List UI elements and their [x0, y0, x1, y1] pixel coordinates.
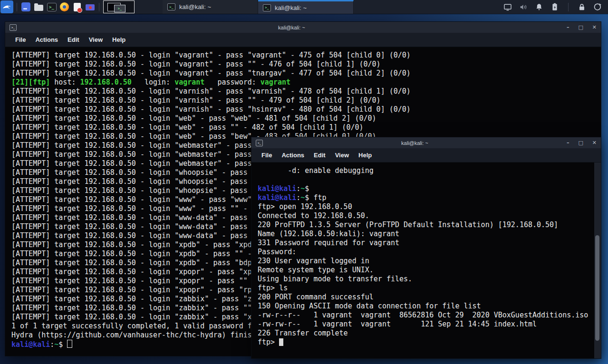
window-controls: – □ ✕	[567, 25, 597, 30]
terminal-line: Password:	[258, 248, 601, 257]
window-controls: – □ ✕	[567, 140, 597, 145]
firefox-icon	[60, 2, 69, 11]
terminal-line: kali@kali:~$	[258, 184, 601, 193]
terminal-icon: >_	[167, 3, 175, 10]
terminal-cursor	[279, 338, 283, 346]
terminal-line: -d: enable debugging	[258, 166, 601, 175]
menu-help[interactable]: Help	[107, 36, 130, 43]
terminal-line: ftp>	[258, 338, 601, 347]
minimize-button[interactable]: –	[567, 25, 569, 30]
close-button[interactable]: ✕	[592, 25, 597, 30]
panel-separator	[17, 3, 17, 11]
menu-view[interactable]: View	[84, 36, 107, 43]
terminal-line: [ATTEMPT] target 192.168.0.50 - login "w…	[11, 114, 601, 123]
log-out-icon[interactable]	[593, 2, 602, 12]
terminal-line: [ATTEMPT] target 192.168.0.50 - login "v…	[11, 105, 601, 114]
terminal-line: 150 Opening ASCII mode data connection f…	[258, 302, 601, 311]
maximize-button[interactable]: □	[578, 140, 583, 145]
panel-separator	[99, 3, 99, 11]
desktop: >_ >_ >_ kali@kali: ~ >_ kali@kali: ~	[0, 0, 608, 364]
terminal-line: kali@kali:~$ ftp	[258, 193, 601, 202]
titlebar[interactable]: >_ kali@kali: ~ – □ ✕	[5, 22, 601, 33]
terminal-line: [ATTEMPT] target 192.168.0.50 - login "v…	[11, 51, 601, 60]
terminal-launcher[interactable]: >_	[45, 0, 58, 13]
menu-help[interactable]: Help	[354, 152, 376, 159]
screen-recorder-launcher[interactable]	[84, 0, 97, 13]
terminal-line: 230 User vagrant logged in	[258, 257, 601, 266]
menubar: File Actions Edit View Help	[251, 148, 601, 163]
folder-icon	[34, 5, 43, 11]
scrollbar[interactable]	[594, 163, 601, 358]
close-button[interactable]: ✕	[592, 140, 597, 145]
menu-actions[interactable]: Actions	[277, 152, 309, 159]
menu-actions[interactable]: Actions	[30, 36, 63, 43]
menu-file[interactable]: File	[10, 36, 30, 43]
titlebar[interactable]: >_ kali@kali: ~ – □ ✕	[251, 137, 601, 148]
folder-launcher[interactable]	[32, 0, 45, 13]
notifications-bell-icon[interactable]	[534, 2, 544, 12]
workspace-switcher[interactable]: >_	[103, 0, 135, 13]
firefox-launcher[interactable]	[58, 0, 71, 13]
terminal-line: 226 Transfer complete	[258, 329, 601, 338]
battery-charging-icon[interactable]	[550, 2, 560, 12]
minimize-button[interactable]: –	[567, 140, 569, 145]
terminal-cursor	[67, 340, 72, 348]
taskbar-item-terminal-2[interactable]: >_ kali@kali: ~	[258, 0, 354, 14]
kali-dragon-icon	[2, 2, 12, 12]
system-tray	[503, 2, 608, 12]
terminal-icon: >_	[10, 24, 17, 31]
window-title: kali@kali: ~	[17, 25, 567, 30]
taskbar-item-terminal-1[interactable]: >_ kali@kali: ~	[163, 0, 258, 14]
terminal-line: ftp> ls	[258, 284, 601, 293]
menubar: File Actions Edit View Help	[5, 33, 601, 47]
screen-icon	[86, 4, 95, 10]
terminal-line: -rw-r--r-- 1 vagrant vagrant 86562816 Oc…	[258, 311, 601, 320]
taskbar-item-label: kali@kali: ~	[275, 4, 307, 11]
window-terminal-ftp: >_ kali@kali: ~ – □ ✕ File Actions Edit …	[251, 137, 601, 359]
terminal-line: [21][ftp] host: 192.168.0.50 login: vagr…	[11, 78, 601, 87]
window-title: kali@kali: ~	[263, 140, 567, 146]
terminal-line: Using binary mode to transfer files.	[258, 275, 601, 284]
document-icon	[74, 3, 81, 11]
volume-icon[interactable]	[519, 2, 528, 12]
menu-edit[interactable]: Edit	[309, 152, 330, 159]
terminal-line: -rw-rw-r-- 1 vagrant vagrant 121 Sep 21 …	[258, 320, 601, 329]
file-manager-icon	[21, 2, 30, 11]
tray-separator	[568, 3, 569, 11]
taskbar-window-list: >_ kali@kali: ~ >_ kali@kali: ~	[163, 0, 354, 14]
workspace-window-preview: >_	[114, 5, 125, 12]
terminal-line: [ATTEMPT] target 192.168.0.50 - login "w…	[11, 123, 601, 132]
scrollbar-thumb[interactable]	[595, 235, 599, 341]
display-icon[interactable]	[503, 2, 512, 12]
terminal-line: 220 ProFTPD 1.3.5 Server (ProFTPD Defaul…	[258, 220, 601, 230]
terminal-line: [ATTEMPT] target 192.168.0.50 - login "v…	[11, 60, 601, 69]
terminal-output-ftp[interactable]: -d: enable debugging kali@kali:~$kali@ka…	[251, 163, 601, 358]
menu-edit[interactable]: Edit	[63, 36, 84, 43]
terminal-line: [ATTEMPT] target 192.168.0.50 - login "v…	[11, 87, 601, 96]
lock-screen-icon[interactable]	[577, 2, 587, 12]
terminal-line: Connected to 192.168.0.50.	[258, 211, 601, 220]
terminal-line: ftp> open 192.168.0.50	[258, 202, 601, 211]
terminal-line: [ATTEMPT] target 192.168.0.50 - login "v…	[11, 69, 601, 78]
terminal-line: Remote system type is UNIX.	[258, 266, 601, 275]
terminal-line	[258, 175, 601, 184]
maximize-button[interactable]: □	[578, 25, 583, 30]
kali-menu-icon[interactable]	[0, 0, 13, 13]
menu-file[interactable]: File	[257, 152, 277, 159]
top-panel: >_ >_ >_ kali@kali: ~ >_ kali@kali: ~	[0, 0, 608, 14]
terminal-icon: >_	[47, 3, 57, 11]
terminal-icon: >_	[263, 4, 271, 11]
taskbar-item-label: kali@kali: ~	[179, 3, 211, 10]
terminal-line: 331 Password required for vagrant	[258, 239, 601, 248]
terminal-icon: >_	[256, 140, 263, 146]
text-editor-launcher[interactable]	[71, 0, 84, 13]
terminal-line: Name (192.168.0.50:kali): vagrant	[258, 230, 601, 239]
file-manager-launcher[interactable]	[19, 0, 32, 13]
terminal-line: 200 PORT command successful	[258, 293, 601, 302]
terminal-line: [ATTEMPT] target 192.168.0.50 - login "v…	[11, 96, 601, 105]
menu-view[interactable]: View	[330, 152, 354, 159]
